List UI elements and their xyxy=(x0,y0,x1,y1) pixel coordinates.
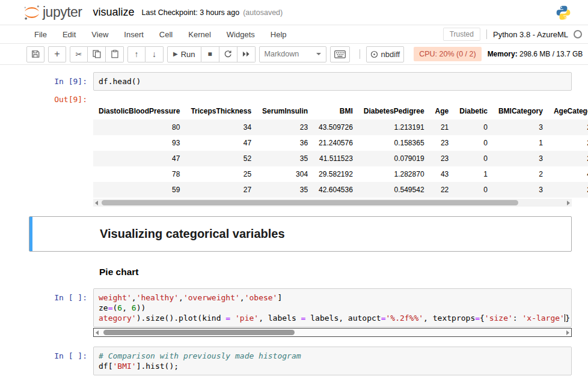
menu-edit[interactable]: Edit xyxy=(55,27,84,42)
run-label: Run xyxy=(181,50,195,59)
table-row: 59273542.6045360.549542220320s xyxy=(93,182,588,198)
restart-icon xyxy=(224,50,232,58)
table-cell: 36 xyxy=(257,135,313,151)
table-cell: 3 xyxy=(493,120,548,135)
menu-view[interactable]: View xyxy=(84,27,116,42)
jupyter-logo[interactable]: jupyter xyxy=(23,4,82,22)
column-header: DiabetesPedigree xyxy=(358,103,430,120)
interrupt-kernel-button[interactable]: ■ xyxy=(201,46,219,62)
code-editor-hist[interactable]: # Comparison with previously made histog… xyxy=(93,347,572,375)
table-cell: 93 xyxy=(93,135,185,151)
scroll-left-arrow[interactable] xyxy=(96,330,99,335)
kernel-name: Python 3.8 - AzureML xyxy=(493,30,568,39)
table-cell: 0 xyxy=(454,120,493,135)
table-cell: 1 xyxy=(493,135,548,151)
code-cell-dfhead[interactable]: In [9]: df.head() xyxy=(29,72,572,91)
code-line: ategory').size().plot(kind = 'pie', labe… xyxy=(99,313,566,323)
scroll-left-arrow[interactable] xyxy=(95,201,98,205)
table-cell: 29.582192 xyxy=(313,166,358,182)
arrow-down-icon: ↓ xyxy=(152,50,156,58)
table-cell: 47 xyxy=(185,135,257,151)
trusted-badge[interactable]: Trusted xyxy=(443,28,480,41)
table-cell: 52 xyxy=(185,151,257,166)
table-cell: 0 xyxy=(454,135,493,151)
table-cell: 20s xyxy=(548,151,588,166)
markdown-cell-selected[interactable]: Visualizing categorical variables xyxy=(29,216,572,252)
table-cell: 0.158365 xyxy=(358,135,430,151)
nbdiff-label: nbdiff xyxy=(381,50,400,59)
input-prompt: In [ ]: xyxy=(29,347,93,375)
table-cell: 78 xyxy=(93,166,185,182)
column-header: SerumInsulin xyxy=(257,103,313,120)
plus-icon: + xyxy=(54,49,60,59)
menu-file[interactable]: File xyxy=(26,27,55,42)
checkpoint-status: Last Checkpoint: 3 hours ago xyxy=(142,8,240,17)
move-cell-down-button[interactable]: ↓ xyxy=(145,46,164,62)
subsection-heading[interactable]: Pie chart xyxy=(99,266,572,277)
menu-widgets[interactable]: Widgets xyxy=(219,27,263,42)
code-editor-dfhead[interactable]: df.head() xyxy=(93,72,572,91)
save-icon xyxy=(31,50,40,58)
nbdiff-button[interactable]: nbdiff xyxy=(366,46,405,62)
jupyter-logo-icon xyxy=(23,4,41,22)
code-editor-pie[interactable]: weight','healthy','overweight','obese']z… xyxy=(93,288,572,327)
run-cell-button[interactable]: ▶ Run xyxy=(167,46,201,62)
table-cell: 2 xyxy=(493,166,548,182)
memory-value: 298.6 MB / 13.7 GB xyxy=(519,50,583,58)
toolbar: + ✂ ↑ ↓ xyxy=(0,44,588,65)
table-cell: 41.511523 xyxy=(313,151,358,166)
notebook-header: jupyter visualize Last Checkpoint: 3 hou… xyxy=(0,0,588,25)
python-azureml-icon xyxy=(556,5,571,20)
table-cell: 40s xyxy=(548,166,588,182)
scroll-right-arrow[interactable] xyxy=(567,201,570,205)
table-cell: 23 xyxy=(430,151,455,166)
cut-cell-button[interactable]: ✂ xyxy=(70,46,88,62)
notebook-title[interactable]: visualize xyxy=(93,6,135,19)
code-cell-hist[interactable]: In [ ]: # Comparison with previously mad… xyxy=(29,347,572,375)
code-line: # Comparison with previously made histog… xyxy=(99,351,566,361)
cpu-usage-badge: CPU: 20% (0 / 2) xyxy=(414,47,481,61)
output-content: DiastolicBloodPressureTricepsThicknessSe… xyxy=(93,94,572,207)
restart-kernel-button[interactable] xyxy=(219,46,237,62)
menu-cell[interactable]: Cell xyxy=(152,27,180,42)
table-cell: 21.240576 xyxy=(313,135,358,151)
divider xyxy=(360,49,360,59)
table-row: 93473621.2405760.158365230120s xyxy=(93,135,588,151)
restart-run-all-button[interactable] xyxy=(237,46,256,62)
table-cell: 27 xyxy=(185,182,257,198)
command-palette-button[interactable] xyxy=(330,46,350,62)
table-cell: 0.079019 xyxy=(358,151,430,166)
add-cell-button[interactable]: + xyxy=(48,46,66,62)
move-cell-up-button[interactable]: ↑ xyxy=(127,46,145,62)
notebook-container: In [9]: df.head() Out[9]: DiastolicBlood… xyxy=(0,65,588,375)
table-cell: 43.509726 xyxy=(313,120,358,135)
output-area: Out[9]: DiastolicBloodPressureTricepsThi… xyxy=(29,94,572,207)
scrollbar-thumb[interactable] xyxy=(103,330,295,335)
paste-cell-button[interactable] xyxy=(106,46,124,62)
cell-type-dropdown[interactable]: Markdown xyxy=(259,46,326,62)
section-heading: Visualizing categorical variables xyxy=(100,227,566,241)
menu-insert[interactable]: Insert xyxy=(116,27,152,42)
paste-icon xyxy=(111,50,119,58)
table-hscrollbar[interactable] xyxy=(93,199,572,207)
copy-cell-button[interactable] xyxy=(88,46,106,62)
save-button[interactable] xyxy=(26,46,44,62)
code-hscrollbar[interactable] xyxy=(93,328,572,337)
table-cell: 20s xyxy=(548,135,588,151)
table-row: 47523541.5115230.079019230320s xyxy=(93,151,588,166)
table-cell: 42.604536 xyxy=(313,182,358,198)
table-cell: 35 xyxy=(257,151,313,166)
code-cell-pie[interactable]: In [ ]: weight','healthy','overweight','… xyxy=(29,288,572,327)
menu-kernel[interactable]: Kernel xyxy=(180,27,219,42)
table-cell: 80 xyxy=(93,120,185,135)
run-icon: ▶ xyxy=(173,51,178,57)
input-prompt: In [9]: xyxy=(29,72,93,91)
scroll-right-arrow[interactable] xyxy=(566,330,569,335)
divider xyxy=(486,29,487,39)
scrollbar-thumb[interactable] xyxy=(102,200,518,205)
nbdiff-icon xyxy=(370,50,378,58)
table-cell: 20s xyxy=(548,182,588,198)
menu-help[interactable]: Help xyxy=(263,27,295,42)
table-cell: 47 xyxy=(93,151,185,166)
table-cell: 35 xyxy=(257,182,313,198)
